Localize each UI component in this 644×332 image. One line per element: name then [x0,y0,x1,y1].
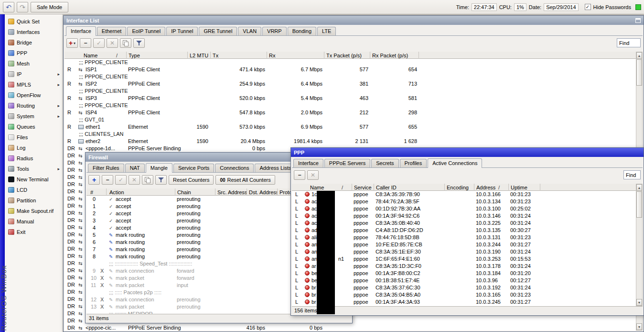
tab-ip-tunnel[interactable]: IP Tunnel [166,27,198,35]
ppp-connection-row[interactable]: Lbepppoe00:1B:38:51:E7:4E10.0.3.9600:12:… [292,277,636,284]
ppp-connection-row[interactable]: LadpppoeC4:A8:1D:DF:D6:2D10.0.3.13500:30… [292,227,636,234]
sidebar-item-manual[interactable]: Manual [5,216,63,227]
undo-button[interactable]: ↶ [3,2,14,12]
sidebar-item-log[interactable]: Log [5,143,63,153]
sidebar-item-bridge[interactable]: Bridge [5,37,63,48]
ppp-connection-row[interactable]: LanpppoeC8:3A:35:1E:EF:3010.0.3.19000:31… [292,248,636,255]
sidebar-item-mpls[interactable]: MPLS▸ [5,79,63,90]
scroll-down-button[interactable]: ▼ [636,299,642,306]
remove-button[interactable]: − [80,38,91,48]
safe-mode-button[interactable]: Safe Mode [31,2,68,12]
column-header-x[interactable]: # [88,188,107,196]
tab-filter-rules[interactable]: Filter Rules [88,164,124,172]
enable-button[interactable]: ✓ [115,175,127,185]
column-header-tx[interactable]: Tx [211,52,267,59]
interface-row[interactable]: R⇆ISP3PPPoE Client520.0 kbps5.4 Mbps4635… [64,95,636,102]
redo-button[interactable]: ↷ [17,2,28,12]
ppp-connection-row[interactable]: L1cpppoeC8:3A:35:39:7B:9010.0.3.16600:31… [292,191,636,198]
ppp-connection-row[interactable]: LbrpppoeC8:3A:35:37:6C:3010.0.3.19200:31… [292,284,636,291]
tab-eoip-tunnel[interactable]: EoIP Tunnel [127,27,165,35]
tab-nat[interactable]: NAT [125,164,145,172]
restore-icon[interactable] [635,18,641,23]
reset-all-counters-button[interactable]: 00 Reset All Counters [215,175,275,185]
ppp-connection-row[interactable]: Lacpppoe78:44:76:2A:3B:5F10.0.3.13400:31… [292,198,636,205]
interface-row[interactable]: R⇆ISP1PPPoE Client471.4 kbps6.7 Mbps5776… [64,66,636,73]
interface-comment-row[interactable]: ;;; PPPOE_CLIENTE [64,88,636,95]
sidebar-item-interfaces[interactable]: Interfaces [5,27,63,37]
tab-lte[interactable]: LTE [317,27,336,35]
ppp-connection-row[interactable]: Lacpppoe00:1D:92:7B:30:AA10.0.3.10000:25… [292,205,636,212]
column-header-uptime[interactable]: Uptime [509,184,540,191]
ppp-connection-row[interactable]: Lanpppoe10:FE:ED:85:7E:CB10.0.3.24400:31… [292,241,636,248]
comment-button[interactable] [142,175,153,185]
find-box[interactable]: Find [617,38,641,47]
tab-pppoe-servers[interactable]: PPPoE Servers [324,159,370,167]
column-header-l2-mtu[interactable]: L2 MTU [188,52,211,59]
ppp-connection-row[interactable]: Lbrpppoe00:1A:3F:A4:3A:9310.0.3.24500:31… [292,299,636,306]
column-header-name[interactable]: Name/ [293,184,352,191]
interface-row[interactable]: DR⇆<pppoe-cic...PPPoE Server Binding416 … [64,324,636,331]
sidebar-item-ip[interactable]: IP▸ [5,69,63,79]
disable-button[interactable]: ✕ [129,175,140,185]
scroll-down-button[interactable]: ▼ [636,323,642,330]
ppp-connection-row[interactable]: LacpppoeC8:3A:35:0B:40:4010.0.3.22500:31… [292,220,636,227]
scroll-up-button[interactable]: ▲ [636,52,642,59]
sidebar-item-partition[interactable]: Partition [5,195,63,206]
interface-row[interactable]: R⇆ISP4PPPoE Client547.8 kbps2.0 Mbps2122… [64,109,636,116]
column-header-dst-address[interactable]: Dst. Address [247,188,278,196]
interface-comment-row[interactable]: ;;; CLIENTES_LAN [64,131,636,138]
sidebar-item-files[interactable]: Files [5,132,63,143]
interface-row[interactable]: Rether1Ethernet1590573.0 kbps6.9 Mbps577… [64,123,636,131]
sidebar-item-new-terminal[interactable]: New Terminal [5,174,63,185]
tab-secrets[interactable]: Secrets [371,159,398,167]
add-button[interactable]: +▾ [66,38,78,48]
add-button[interactable]: + [88,175,100,185]
scroll-thumb[interactable] [636,191,642,218]
sidebar-item-mesh[interactable]: Mesh [5,58,63,69]
sidebar-item-ppp[interactable]: PPP [5,48,63,58]
sidebar-item-system[interactable]: System▸ [5,111,63,122]
remove-button[interactable]: − [294,170,305,180]
column-header-rx-packet-p-s[interactable]: Rx Packet (p/s) [370,52,419,59]
tab-profiles[interactable]: Profiles [400,159,427,167]
filter-button[interactable] [133,38,145,48]
sidebar-item-routing[interactable]: Routing▸ [5,100,63,111]
column-header-src-address[interactable]: Src. Address [215,188,247,196]
tab-mangle[interactable]: Mangle [146,163,172,173]
sidebar-item-quick-set[interactable]: Quick Set [5,16,63,27]
sidebar-item-lcd[interactable]: LCD [5,185,63,195]
ppp-connection-row[interactable]: Lalipppoe78:44:76:18:5D:8B10.0.3.13100:3… [292,234,636,241]
tab-bonding[interactable]: Bonding [288,27,316,35]
tab-vlan[interactable]: VLAN [238,27,261,35]
interface-row[interactable]: Rether2Ethernet159020.4 Mbps1981.4 kbps2… [64,138,636,145]
ppp-connection-row[interactable]: LbrpppoeC8:3A:35:04:B5:A010.0.3.16500:31… [292,291,636,299]
interface-comment-row[interactable]: ;;; GVT_01 [64,116,636,123]
column-header-caller-id[interactable]: Caller ID [374,184,445,191]
tab-connections[interactable]: Connections [215,164,254,172]
column-header-service[interactable]: Service [352,184,374,191]
disable-button[interactable]: ✕ [307,170,319,180]
ppp-connection-row[interactable]: Lacpppoe00:1A:3F:94:92:C610.0.3.14600:31… [292,212,636,220]
column-header-tx-packet-p-s[interactable]: Tx Packet (p/s) [324,52,370,59]
tab-interface[interactable]: Interface [66,26,96,36]
column-header-rx[interactable]: Rx [267,52,324,59]
tab-ethernet[interactable]: Ethernet [97,27,127,35]
ppp-connection-row[interactable]: Lann1pppoe1C:6F:65:F4:E1:6010.0.3.25300:… [292,255,636,263]
column-header-name[interactable]: Name/ [65,52,127,59]
ppp-titlebar[interactable]: PPP [291,148,644,157]
hide-passwords-checkbox[interactable]: ✓ [585,4,591,10]
enable-button[interactable]: ✓ [93,38,105,48]
sidebar-item-openflow[interactable]: OpenFlow [5,90,63,100]
remove-button[interactable]: − [102,175,113,185]
scroll-up-button[interactable]: ▲ [636,184,642,191]
sidebar-item-exit[interactable]: Exit [5,227,63,237]
find-box[interactable]: Find [623,170,641,179]
column-header-action[interactable]: Action [107,188,175,196]
ppp-connection-row[interactable]: Lbepppoe00:1A:3F:B8:00:C210.0.3.18400:31… [292,270,636,277]
filter-button[interactable] [155,175,167,185]
interface-comment-row[interactable]: ;;; PPPOE_CLIENTE [64,73,636,80]
reset-counters-button[interactable]: Reset Counters [169,175,214,185]
tab-vrrp[interactable]: VRRP [262,27,287,35]
column-header-type[interactable]: Type [127,52,188,59]
ppp-connection-row[interactable]: LarpppoeC8:3A:35:1D:3C:F010.0.3.17800:31… [292,263,636,270]
